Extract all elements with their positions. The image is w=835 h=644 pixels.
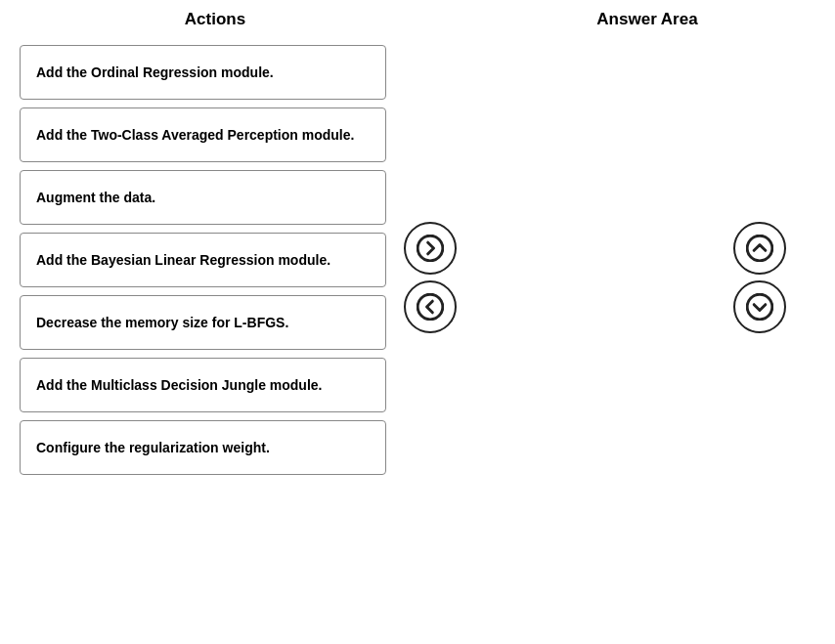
move-left-button[interactable] (404, 280, 457, 333)
middle-controls (386, 45, 474, 333)
action-card-7: Configure the regularization weight. (20, 420, 386, 475)
action-card-1: Add the Ordinal Regression module. (20, 45, 386, 100)
action-card-4: Add the Bayesian Linear Regression modul… (20, 233, 386, 287)
main-container: Actions Answer Area Add the Ordinal Regr… (0, 0, 835, 644)
move-up-button[interactable] (733, 222, 786, 275)
actions-column: Add the Ordinal Regression module. Add t… (20, 45, 386, 475)
action-card-2-text: Add the Two-Class Averaged Perception mo… (36, 127, 354, 143)
action-card-1-text: Add the Ordinal Regression module. (36, 64, 274, 80)
content-area: Add the Ordinal Regression module. Add t… (20, 45, 815, 475)
right-controls (733, 45, 786, 333)
action-card-3-text: Augment the data. (36, 190, 155, 205)
svg-point-2 (747, 236, 772, 261)
answer-header: Answer Area (489, 10, 806, 29)
action-card-5: Decrease the memory size for L-BFGS. (20, 295, 386, 350)
move-right-button[interactable] (404, 222, 457, 275)
move-down-button[interactable] (733, 280, 786, 333)
action-card-6: Add the Multiclass Decision Jungle modul… (20, 358, 386, 412)
actions-header: Actions (29, 10, 401, 29)
svg-point-1 (418, 294, 443, 320)
action-card-2: Add the Two-Class Averaged Perception mo… (20, 107, 386, 162)
svg-point-0 (418, 236, 443, 261)
action-card-5-text: Decrease the memory size for L-BFGS. (36, 315, 288, 330)
header-row: Actions Answer Area (20, 10, 815, 29)
action-card-4-text: Add the Bayesian Linear Regression modul… (36, 252, 330, 268)
action-card-3: Augment the data. (20, 170, 386, 225)
svg-point-3 (747, 294, 772, 320)
action-card-6-text: Add the Multiclass Decision Jungle modul… (36, 377, 323, 393)
action-card-7-text: Configure the regularization weight. (36, 440, 270, 455)
